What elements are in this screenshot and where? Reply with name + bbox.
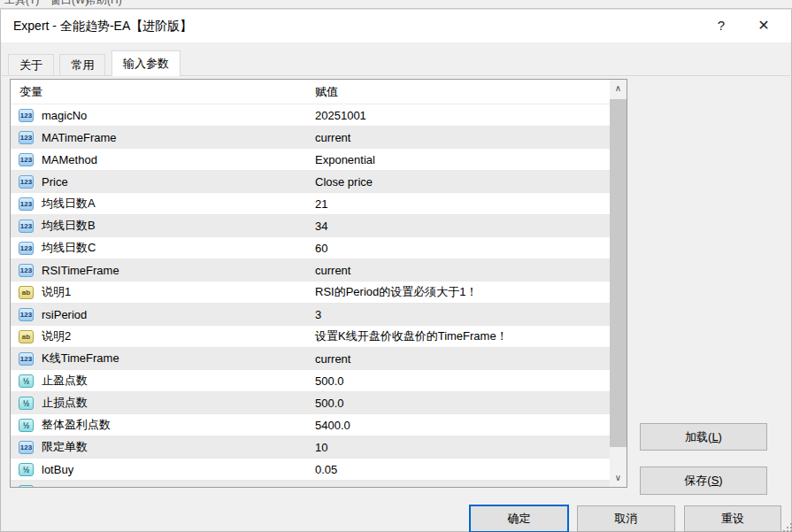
param-value[interactable]: current: [315, 264, 350, 277]
help-icon: ?: [718, 18, 725, 33]
param-name: 均线日数A: [42, 196, 96, 212]
param-type-icon: 123: [19, 441, 34, 454]
param-value[interactable]: 0.05: [315, 463, 337, 476]
load-hotkey: L: [711, 430, 718, 443]
param-name: 整体盈利点数: [42, 417, 111, 433]
table-row[interactable]: 123 K线TimeFrame current: [11, 348, 610, 370]
dialog-title: Expert - 全能趋势-EA【进阶版】: [13, 10, 192, 42]
table-row[interactable]: 123 均线日数A 21: [11, 193, 610, 215]
table-header: 变量 赋值: [11, 80, 610, 104]
param-type-icon: ab: [19, 286, 34, 299]
param-name: 限定单数: [42, 439, 88, 455]
param-value[interactable]: 21: [315, 197, 327, 211]
param-value[interactable]: 5400.0: [315, 419, 350, 432]
table-row[interactable]: 123 magicNo 20251001: [11, 104, 610, 127]
table-row[interactable]: 123 限定单数 10: [11, 436, 610, 459]
save-label-end: ): [719, 474, 722, 487]
table-row[interactable]: 123 rsiPeriod 3: [11, 304, 610, 326]
save-button[interactable]: 保存(S): [640, 466, 767, 495]
help-button[interactable]: ?: [706, 10, 736, 42]
param-type-icon: ½: [19, 419, 34, 432]
close-button[interactable]: ✕: [749, 10, 779, 42]
param-name: lotSell: [42, 485, 73, 488]
param-type-icon: 123: [19, 175, 34, 189]
scroll-up-button[interactable]: ∧: [610, 80, 627, 97]
table-row[interactable]: ½ 止盈点数 500.0: [11, 370, 610, 392]
param-type-icon: 123: [19, 242, 34, 255]
param-type-icon: 123: [19, 352, 34, 366]
load-label-end: ): [719, 430, 722, 443]
param-type-icon: ½: [19, 374, 34, 388]
param-value[interactable]: RSI的Period的设置必须大于1！: [315, 284, 477, 300]
cancel-button[interactable]: 取消: [577, 505, 675, 532]
table-row[interactable]: 123 RSITimeFrame current: [11, 259, 610, 281]
table-row[interactable]: ab 说明1 RSI的Period的设置必须大于1！: [11, 281, 610, 304]
param-value[interactable]: 34: [315, 220, 327, 233]
background-menu-bar: 工具(T) 窗口(W) 帮助(H): [0, 0, 792, 9]
param-name: 止盈点数: [42, 373, 88, 389]
param-value[interactable]: Close price: [315, 175, 373, 189]
table-row[interactable]: ½ 止损点数 500.0: [11, 392, 610, 414]
param-value[interactable]: 0.05: [315, 485, 337, 488]
param-type-icon: 123: [19, 220, 34, 233]
param-value[interactable]: 500.0: [315, 374, 344, 388]
scrollbar[interactable]: ∧ ∨: [610, 80, 627, 487]
save-label: 保存(: [684, 474, 711, 487]
parameters-table: 变量 赋值 123 magicNo 20251001 123 MATimeFra…: [10, 79, 627, 488]
param-rows: 123 magicNo 20251001 123 MATimeFrame cur…: [11, 104, 610, 487]
param-value[interactable]: 500.0: [315, 397, 344, 410]
param-name: 止损点数: [42, 395, 88, 411]
param-name: 说明1: [42, 284, 71, 300]
table-row[interactable]: ab 说明2 设置K线开盘价收盘价的TimeFrame！: [11, 326, 610, 348]
expert-properties-dialog: Expert - 全能趋势-EA【进阶版】 ? ✕ 关于 常用 输入参数 变量 …: [0, 9, 792, 532]
load-button[interactable]: 加载(L): [640, 423, 767, 451]
column-header-value: 赋值: [315, 80, 338, 104]
param-value[interactable]: 3: [315, 308, 321, 321]
table-row[interactable]: ½ 整体盈利点数 5400.0: [11, 414, 610, 436]
menu-item-fragment: 工具(T): [4, 0, 39, 8]
param-name: 说明2: [42, 328, 71, 344]
scroll-down-button[interactable]: ∨: [610, 469, 627, 487]
param-name: K线TimeFrame: [42, 351, 119, 366]
param-name: 均线日数B: [42, 218, 96, 234]
table-row[interactable]: ½ lotBuy 0.05: [11, 459, 610, 481]
param-name: magicNo: [42, 109, 87, 122]
param-value[interactable]: 60: [315, 242, 327, 255]
param-name: rsiPeriod: [42, 308, 87, 321]
param-type-icon: ab: [19, 330, 34, 343]
table-row[interactable]: ½ lotSell 0.05: [11, 481, 610, 487]
title-bar: Expert - 全能趋势-EA【进阶版】 ? ✕: [1, 10, 791, 42]
tab-about[interactable]: 关于: [8, 54, 54, 76]
param-type-icon: 123: [19, 264, 34, 277]
table-row[interactable]: 123 均线日数C 60: [11, 237, 610, 259]
table-row[interactable]: 123 MAMethod Exponential: [11, 149, 610, 171]
reset-button[interactable]: 重设: [684, 505, 781, 532]
column-header-variable: 变量: [19, 80, 42, 104]
param-type-icon: 123: [19, 109, 34, 122]
table-row[interactable]: 123 均线日数B 34: [11, 215, 610, 237]
load-label: 加载(: [685, 430, 711, 443]
param-type-icon: 123: [19, 131, 34, 144]
param-name: MATimeFrame: [42, 131, 117, 144]
param-value[interactable]: 10: [315, 441, 327, 454]
param-name: RSITimeFrame: [42, 264, 119, 277]
param-value[interactable]: 设置K线开盘价收盘价的TimeFrame！: [315, 328, 508, 344]
menu-item-fragment: 窗口(W): [50, 0, 88, 8]
resize-grip[interactable]: [787, 527, 788, 528]
ok-button[interactable]: 确定: [469, 505, 569, 532]
param-value[interactable]: current: [315, 352, 350, 366]
tab-inputs[interactable]: 输入参数: [111, 50, 181, 76]
param-value[interactable]: 20251001: [315, 109, 366, 122]
param-name: Price: [42, 175, 68, 189]
table-row[interactable]: 123 Price Close price: [11, 171, 610, 193]
tab-common[interactable]: 常用: [59, 54, 105, 76]
param-type-icon: 123: [19, 308, 34, 321]
scroll-thumb[interactable]: [610, 99, 627, 447]
param-type-icon: 123: [19, 153, 34, 166]
table-row[interactable]: 123 MATimeFrame current: [11, 127, 610, 149]
param-name: lotBuy: [42, 463, 73, 476]
param-type-icon: ½: [19, 485, 34, 488]
param-type-icon: ½: [19, 397, 34, 410]
param-value[interactable]: current: [315, 131, 350, 144]
param-value[interactable]: Exponential: [315, 153, 375, 166]
